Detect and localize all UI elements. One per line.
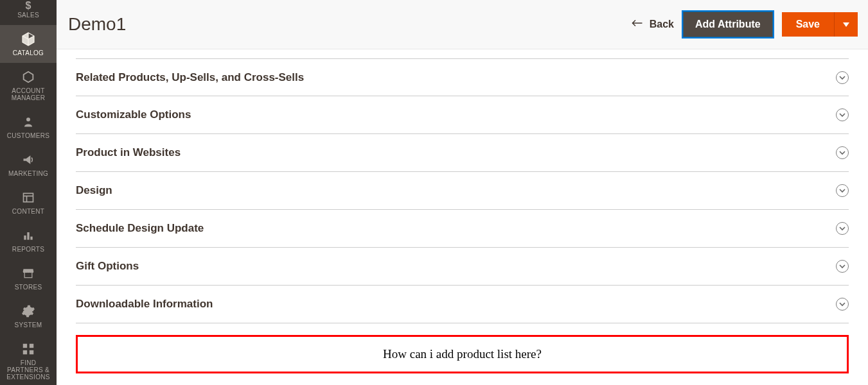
triangle-down-icon — [843, 19, 849, 30]
sidebar-item-label: SALES — [17, 12, 39, 19]
cube-icon — [21, 31, 36, 47]
back-label: Back — [650, 19, 674, 30]
add-attribute-button[interactable]: Add Attribute — [683, 12, 773, 37]
sidebar-item-label: CONTENT — [12, 208, 44, 215]
section-product-in-websites[interactable]: Product in Websites — [76, 134, 849, 172]
sidebar-item-system[interactable]: SYSTEM — [0, 297, 57, 335]
bars-icon — [21, 228, 36, 243]
sidebar-item-stores[interactable]: STORES — [0, 259, 57, 297]
svg-rect-12 — [23, 350, 27, 354]
save-button[interactable]: Save — [782, 12, 835, 37]
sidebar-item-account-manager[interactable]: ACCOUNT MANAGER — [0, 63, 57, 108]
svg-rect-8 — [30, 237, 32, 240]
megaphone-icon — [21, 152, 36, 167]
hexagon-icon — [21, 69, 36, 85]
svg-point-2 — [26, 117, 30, 121]
sidebar-item-label: ACCOUNT MANAGER — [3, 87, 54, 101]
person-icon — [21, 114, 36, 130]
chevron-down-icon — [836, 108, 849, 121]
section-title: Gift Options — [76, 260, 139, 273]
annotation-text: How can i add product list here? — [383, 347, 542, 361]
section-title: Design — [76, 184, 112, 197]
svg-rect-6 — [24, 235, 26, 240]
section-title: Schedule Design Update — [76, 222, 204, 235]
sidebar-item-label: MARKETING — [8, 170, 48, 177]
svg-marker-15 — [843, 22, 849, 27]
sidebar-item-reports[interactable]: REPORTS — [0, 221, 57, 259]
section-related-products[interactable]: Related Products, Up-Sells, and Cross-Se… — [76, 58, 849, 96]
sidebar-item-label: FIND PARTNERS & EXTENSIONS — [3, 359, 54, 381]
svg-text:$: $ — [25, 0, 31, 11]
svg-rect-9 — [24, 272, 32, 277]
svg-rect-11 — [30, 344, 33, 348]
sidebar-item-marketing[interactable]: MARKETING — [0, 146, 57, 184]
svg-rect-13 — [30, 350, 33, 354]
save-dropdown-toggle[interactable] — [835, 12, 858, 37]
section-gift-options[interactable]: Gift Options — [76, 248, 849, 286]
sidebar-item-label: SYSTEM — [15, 321, 42, 329]
page-title: Demo1 — [68, 14, 126, 35]
dollar-icon: $ — [21, 0, 36, 10]
layout-icon — [21, 190, 36, 205]
chevron-down-icon — [836, 222, 849, 235]
sidebar-item-label: CATALOG — [13, 49, 44, 56]
save-split-button: Save — [782, 12, 858, 37]
chevron-down-icon — [836, 260, 849, 273]
sidebar-item-label: REPORTS — [12, 246, 44, 253]
sidebar-item-catalog[interactable]: CATALOG — [0, 25, 57, 63]
sidebar-item-sales[interactable]: $ SALES — [0, 0, 57, 25]
chevron-down-icon — [836, 71, 849, 84]
svg-rect-7 — [27, 232, 29, 240]
svg-marker-1 — [24, 72, 33, 83]
sidebar-item-content[interactable]: CONTENT — [0, 184, 57, 221]
gear-icon — [21, 304, 36, 319]
arrow-left-icon — [632, 19, 643, 30]
section-design[interactable]: Design — [76, 172, 849, 210]
section-title: Product in Websites — [76, 146, 181, 159]
svg-rect-10 — [23, 344, 27, 348]
annotation-callout: How can i add product list here? — [76, 335, 849, 373]
main-content: Related Products, Up-Sells, and Cross-Se… — [57, 49, 868, 385]
sidebar-item-partners[interactable]: FIND PARTNERS & EXTENSIONS — [0, 335, 57, 385]
storefront-icon — [21, 266, 36, 281]
section-title: Customizable Options — [76, 108, 191, 121]
section-schedule-design-update[interactable]: Schedule Design Update — [76, 210, 849, 248]
chevron-down-icon — [836, 184, 849, 197]
section-downloadable-information[interactable]: Downloadable Information — [76, 286, 849, 323]
chevron-down-icon — [836, 146, 849, 159]
chevron-down-icon — [836, 298, 849, 311]
sidebar-item-label: STORES — [15, 284, 42, 291]
section-title: Downloadable Information — [76, 298, 213, 311]
svg-rect-3 — [24, 193, 33, 201]
page-header: Demo1 Back Add Attribute Save — [57, 0, 868, 49]
header-actions: Back Add Attribute Save — [632, 12, 858, 37]
sidebar-item-label: CUSTOMERS — [7, 132, 49, 139]
section-title: Related Products, Up-Sells, and Cross-Se… — [76, 71, 304, 84]
admin-sidebar: $ SALES CATALOG ACCOUNT MANAGER CUSTOMER… — [0, 0, 57, 385]
section-customizable-options[interactable]: Customizable Options — [76, 96, 849, 134]
sidebar-item-customers[interactable]: CUSTOMERS — [0, 108, 57, 146]
back-button[interactable]: Back — [632, 19, 674, 30]
blocks-icon — [21, 341, 36, 357]
